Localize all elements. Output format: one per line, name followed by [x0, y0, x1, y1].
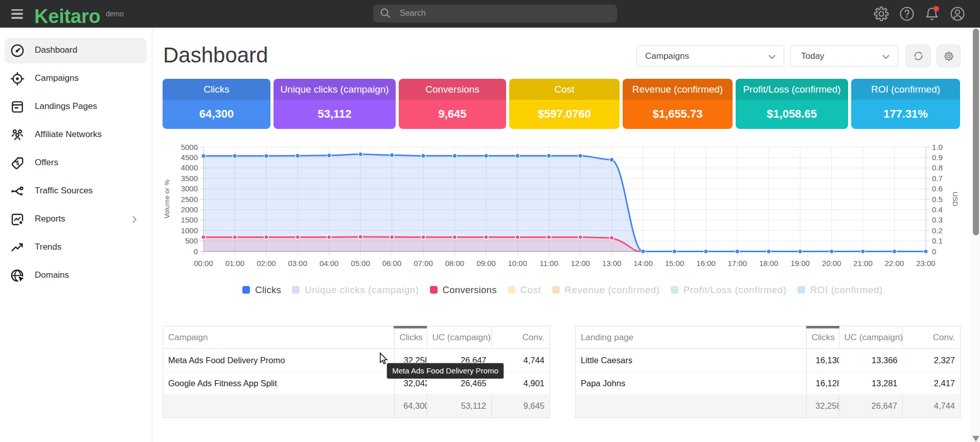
- svg-text:3000: 3000: [181, 184, 198, 193]
- svg-text:01:00: 01:00: [225, 259, 245, 268]
- svg-text:0.6: 0.6: [932, 184, 943, 193]
- svg-text:02:00: 02:00: [257, 259, 276, 268]
- svg-text:17:00: 17:00: [728, 259, 747, 268]
- svg-text:13:00: 13:00: [602, 259, 622, 268]
- svg-text:0.9: 0.9: [932, 153, 943, 162]
- svg-text:0.7: 0.7: [932, 174, 943, 183]
- svg-text:03:00: 03:00: [288, 259, 308, 268]
- svg-text:2000: 2000: [181, 205, 198, 214]
- svg-text:0: 0: [932, 247, 936, 256]
- svg-text:4500: 4500: [181, 153, 198, 162]
- svg-text:2500: 2500: [181, 195, 198, 204]
- svg-text:0.4: 0.4: [932, 205, 943, 214]
- svg-text:19:00: 19:00: [790, 259, 810, 268]
- svg-text:10:00: 10:00: [508, 259, 528, 268]
- svg-text:5000: 5000: [181, 143, 198, 151]
- svg-text:15:00: 15:00: [665, 259, 685, 268]
- svg-text:0.2: 0.2: [932, 226, 943, 235]
- svg-text:4000: 4000: [181, 163, 198, 172]
- svg-text:08:00: 08:00: [445, 259, 465, 268]
- svg-text:1500: 1500: [181, 215, 198, 224]
- svg-text:1000: 1000: [181, 226, 198, 235]
- svg-text:500: 500: [185, 236, 198, 245]
- svg-text:0: 0: [194, 247, 198, 256]
- svg-text:22:00: 22:00: [885, 259, 904, 268]
- svg-text:0.5: 0.5: [932, 195, 943, 204]
- svg-text:0.1: 0.1: [932, 236, 943, 245]
- svg-text:18:00: 18:00: [759, 259, 779, 268]
- svg-text:Volume or %: Volume or %: [163, 180, 171, 219]
- svg-text:00:00: 00:00: [194, 259, 213, 268]
- svg-text:16:00: 16:00: [696, 259, 716, 268]
- svg-text:USD: USD: [951, 192, 959, 207]
- svg-text:09:00: 09:00: [476, 259, 496, 268]
- svg-text:20:00: 20:00: [822, 259, 841, 268]
- svg-text:1.0: 1.0: [932, 143, 943, 151]
- svg-text:21:00: 21:00: [853, 259, 873, 268]
- svg-text:06:00: 06:00: [382, 259, 402, 268]
- svg-text:05:00: 05:00: [351, 259, 370, 268]
- svg-text:04:00: 04:00: [320, 259, 339, 268]
- svg-text:0.3: 0.3: [932, 215, 943, 224]
- svg-text:14:00: 14:00: [633, 259, 653, 268]
- svg-text:12:00: 12:00: [571, 259, 590, 268]
- svg-text:23:00: 23:00: [916, 259, 936, 268]
- svg-text:11:00: 11:00: [539, 259, 558, 268]
- svg-text:07:00: 07:00: [414, 259, 433, 268]
- svg-text:0.8: 0.8: [932, 163, 943, 172]
- svg-text:3500: 3500: [181, 174, 198, 183]
